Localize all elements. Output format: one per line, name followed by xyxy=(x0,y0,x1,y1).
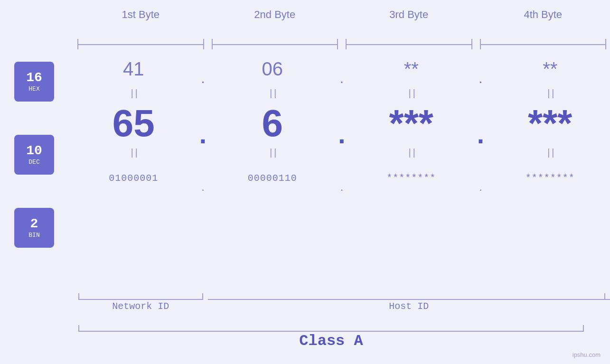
class-label: Class A xyxy=(74,332,589,350)
byte1-eq1: || xyxy=(129,88,138,99)
byte3-dec: *** xyxy=(389,102,433,145)
dec-badge-label: DEC xyxy=(28,159,39,166)
bin-badge-label: BIN xyxy=(28,232,39,239)
sep2-hex: . xyxy=(340,62,344,95)
byte3-header: 3rd Byte xyxy=(342,9,476,21)
byte3-eq1: || xyxy=(407,88,415,99)
byte1-hex: 41 xyxy=(123,58,144,80)
byte4-section: ** || *** || ******** xyxy=(490,52,610,195)
bottom-labels: Network ID Host ID xyxy=(74,301,610,312)
sep1-bin: . xyxy=(201,171,204,204)
full-bottom-bracket xyxy=(74,322,589,332)
network-id-label: Network ID xyxy=(74,301,208,312)
top-bracket-3 xyxy=(346,39,472,49)
byte4-dec: *** xyxy=(528,102,572,145)
byte1-eq2: || xyxy=(129,148,138,159)
sep3-dec: . xyxy=(477,112,484,154)
byte2-section: 06 || 6 || 00000110 xyxy=(213,52,333,195)
sep3-hex: . xyxy=(479,62,482,95)
hex-badge: 16 HEX xyxy=(14,62,54,102)
sep3-bin: . xyxy=(479,171,482,204)
byte1-section: 41 || 65 || 01000001 xyxy=(74,52,194,195)
network-bracket xyxy=(74,290,208,300)
byte1-dec: 65 xyxy=(113,102,155,145)
byte4-hex: ** xyxy=(543,58,557,80)
byte2-dec: 6 xyxy=(262,102,283,145)
watermark: ipshu.com xyxy=(572,351,601,358)
top-bracket-4 xyxy=(480,39,607,49)
sep1-hex: . xyxy=(201,62,205,95)
byte3-bin: ******** xyxy=(386,173,436,184)
sep2-bin: . xyxy=(340,171,343,204)
values-grid: 41 || 65 || 01000001 . xyxy=(74,52,610,204)
byte2-bin: 00000110 xyxy=(248,173,297,184)
top-bracket-2 xyxy=(212,39,338,49)
hex-badge-number: 16 xyxy=(26,71,42,84)
byte4-header: 4th Byte xyxy=(476,9,610,21)
bin-badge-number: 2 xyxy=(30,217,38,231)
hex-badge-label: HEX xyxy=(28,85,39,93)
byte2-eq1: || xyxy=(268,88,277,99)
dec-badge-number: 10 xyxy=(26,144,42,158)
sep2-dec: . xyxy=(338,112,345,154)
byte2-eq2: || xyxy=(268,148,277,159)
bottom-brackets xyxy=(74,290,610,300)
badges-column: 16 HEX 10 DEC 2 BIN xyxy=(14,62,54,248)
byte1-bin: 01000001 xyxy=(109,173,158,184)
byte1-header: 1st Byte xyxy=(74,9,208,21)
byte2-header: 2nd Byte xyxy=(208,9,342,21)
sep1-dec: . xyxy=(199,112,206,154)
top-bracket-1 xyxy=(77,39,204,49)
byte4-bin: ******** xyxy=(526,173,575,184)
sep1: . . . xyxy=(194,52,213,204)
sep3: . . . xyxy=(471,52,490,204)
byte3-hex: ** xyxy=(404,58,419,80)
byte4-eq2: || xyxy=(546,148,554,159)
sep2: . . . xyxy=(332,52,351,204)
byte2-hex: 06 xyxy=(262,58,283,80)
main-container: 1st Byte 2nd Byte 3rd Byte 4th Byte xyxy=(0,0,610,364)
bin-badge: 2 BIN xyxy=(14,208,54,248)
dec-badge: 10 DEC xyxy=(14,135,54,175)
byte3-section: ** || *** || ******** xyxy=(351,52,471,195)
host-bracket xyxy=(208,290,610,300)
byte4-eq1: || xyxy=(546,88,554,99)
host-id-label: Host ID xyxy=(208,301,610,312)
byte3-eq2: || xyxy=(407,148,415,159)
top-brackets xyxy=(74,39,610,49)
